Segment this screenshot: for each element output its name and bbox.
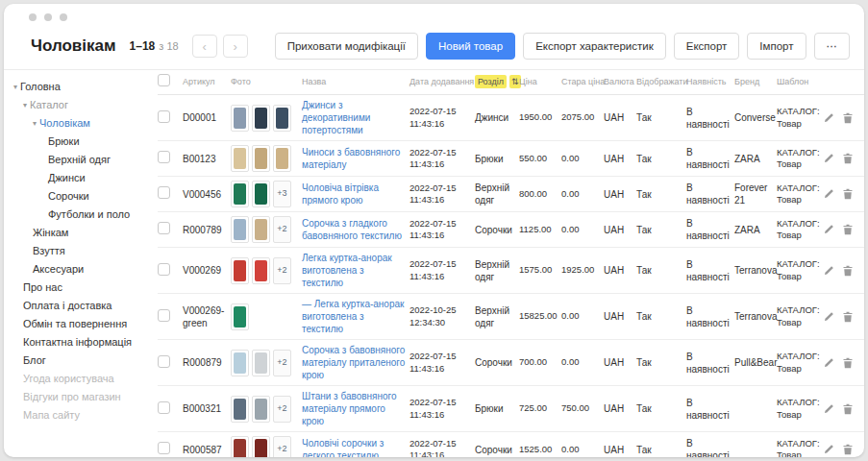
delete-icon[interactable] (842, 265, 854, 277)
availability-cell: В наявності (686, 142, 734, 175)
sidebar-item[interactable]: Брюки (13, 133, 146, 151)
column-header-photos[interactable]: Фото (231, 73, 302, 92)
more-photos-badge[interactable]: +2 (273, 396, 291, 423)
edit-icon[interactable] (823, 112, 834, 124)
row-checkbox[interactable] (158, 355, 170, 368)
sidebar-item[interactable]: ▾Каталог (13, 96, 146, 114)
row-checkbox[interactable] (158, 263, 170, 276)
display-cell: Так (636, 352, 686, 373)
prev-page-button[interactable]: ‹ (192, 35, 217, 58)
delete-icon[interactable] (842, 444, 854, 455)
sidebar-item[interactable]: Угода користувача (13, 370, 146, 388)
old-price-cell: 0.00 (561, 184, 604, 204)
row-checkbox[interactable] (158, 401, 170, 414)
sidebar-item[interactable]: Оплата і доставка (13, 297, 146, 315)
edit-icon[interactable] (823, 311, 834, 323)
more-photos-badge[interactable]: +2 (273, 216, 291, 243)
row-checkbox[interactable] (158, 151, 170, 163)
product-name-link[interactable]: Джинси з декоративними потертостями (302, 99, 406, 136)
product-name-link[interactable]: — Легка куртка-анорак виготовлена з текс… (302, 298, 406, 335)
sku-cell: V000269-green (183, 301, 231, 333)
product-name-link[interactable]: Сорочка з гладкого бавовняного текстилю (302, 217, 406, 242)
column-header-template[interactable]: Шаблон (777, 73, 831, 92)
row-checkbox[interactable] (158, 222, 170, 234)
availability-cell: В наявності (686, 102, 734, 134)
delete-icon[interactable] (842, 403, 854, 415)
sidebar-item[interactable]: Сорочки (13, 187, 146, 206)
column-header-brand[interactable]: Бренд (734, 73, 777, 92)
new-product-button[interactable]: Новий товар (426, 33, 515, 60)
column-header-section[interactable]: Розділ⇅ (475, 73, 519, 92)
sidebar-item[interactable]: Футболки и поло (13, 206, 146, 224)
sidebar-item[interactable]: Відгуки про магазин (13, 388, 146, 406)
price-cell: 15825.00 (519, 306, 561, 326)
product-name-link[interactable]: Штани з бавовняного матеріалу прямого кр… (302, 390, 406, 427)
more-photos-badge[interactable]: +2 (273, 257, 291, 284)
delete-icon[interactable] (842, 357, 854, 369)
delete-icon[interactable] (842, 188, 854, 200)
more-actions-button[interactable]: ⋯ (814, 33, 851, 60)
column-header-old_price[interactable]: Стара ціна (561, 73, 604, 92)
row-checkbox[interactable] (158, 309, 170, 322)
row-checkbox[interactable] (158, 186, 170, 199)
photo-cell: +2 (231, 346, 302, 380)
product-name-link[interactable]: Сорочка з бавовняного матеріалу притален… (302, 344, 406, 381)
section-cell: Верхній одяг (475, 178, 519, 210)
sidebar-item[interactable]: ▾Чоловікам (13, 114, 146, 133)
column-header-availability[interactable]: Наявність (686, 73, 734, 92)
edit-icon[interactable] (823, 357, 834, 369)
section-cell: Сорочки (475, 440, 519, 458)
delete-icon[interactable] (842, 112, 854, 124)
delete-icon[interactable] (842, 224, 854, 235)
edit-icon[interactable] (823, 444, 834, 455)
product-name-link[interactable]: Чиноси з бавовняного матеріалу (302, 146, 406, 171)
table-row: B000321 +2 Штани з бавовняного матеріалу… (158, 386, 864, 432)
product-name-link[interactable]: Чоловічі сорочки з легкого текстилю (302, 437, 406, 457)
column-header-sku[interactable]: Артикул (183, 73, 231, 92)
more-photos-badge[interactable]: +2 (273, 350, 291, 376)
sidebar-item[interactable]: Жінкам (13, 224, 146, 242)
sidebar-item[interactable]: Взуття (13, 242, 146, 260)
edit-icon[interactable] (823, 265, 834, 277)
column-header-price[interactable]: Ціна (519, 73, 561, 92)
product-name-link[interactable]: Чоловіча вітрівка прямого крою (302, 182, 406, 206)
sku-cell: R000789 (183, 220, 231, 240)
sidebar-item[interactable]: Джинси (13, 169, 146, 187)
export-characteristics-button[interactable]: Експорт характеристик (523, 33, 666, 60)
sidebar-item[interactable]: Про нас (13, 279, 146, 297)
sidebar-item[interactable]: Блог (13, 352, 146, 370)
edit-icon[interactable] (823, 224, 834, 235)
window-control-dot[interactable] (29, 13, 37, 21)
more-photos-badge[interactable]: +3 (273, 181, 291, 207)
sidebar-item[interactable]: Верхній одяг (13, 151, 146, 169)
sidebar-item[interactable]: ▾Головна (13, 78, 146, 96)
sidebar-item[interactable]: Мапа сайту (13, 406, 146, 425)
window-control-dot[interactable] (60, 13, 67, 21)
sidebar-item[interactable]: Обмін та повернення (13, 315, 146, 333)
hide-modifications-button[interactable]: Приховати модифікації (275, 33, 418, 60)
window-control-dot[interactable] (44, 13, 52, 21)
edit-icon[interactable] (823, 188, 834, 200)
sidebar-item[interactable]: Контактна інформація (13, 333, 146, 352)
product-name-link[interactable]: Легка куртка-анорак виготовлена з тексти… (302, 252, 406, 289)
column-header-date[interactable]: Дата додавання (409, 73, 475, 92)
delete-icon[interactable] (842, 153, 854, 164)
more-photos-badge[interactable]: +2 (273, 436, 291, 457)
section-cell: Верхній одяг (475, 255, 519, 287)
column-header-name[interactable]: Назва (302, 73, 409, 92)
column-header-currency[interactable]: Валюта (604, 73, 636, 92)
row-checkbox[interactable] (158, 442, 170, 454)
delete-icon[interactable] (842, 311, 854, 323)
edit-icon[interactable] (823, 153, 834, 164)
import-button[interactable]: Імпорт (747, 33, 806, 60)
select-all-checkbox[interactable] (158, 74, 170, 86)
price-cell: 1950.00 (519, 108, 561, 127)
row-checkbox[interactable] (158, 110, 170, 123)
date-added-cell: 2022-07-15 11:43:16 (409, 347, 475, 378)
column-header-display[interactable]: Відображати (636, 73, 686, 92)
export-button[interactable]: Експорт (674, 33, 740, 60)
old-price-cell: 0.00 (561, 440, 604, 457)
edit-icon[interactable] (823, 403, 834, 415)
next-page-button[interactable]: › (223, 35, 248, 58)
sidebar-item[interactable]: Аксесуари (13, 260, 146, 279)
